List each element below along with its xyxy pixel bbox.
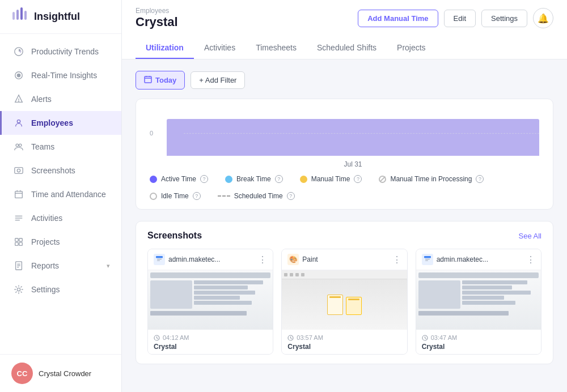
screenshot-more-btn-3[interactable]: ⋮ xyxy=(526,254,535,265)
sidebar-user[interactable]: CC Crystal Crowder xyxy=(0,354,121,392)
sidebar-nav: Productivity Trends Real-Time Insights xyxy=(0,34,121,354)
sidebar-item-projects[interactable]: Projects xyxy=(0,230,121,254)
screenshots-grid: admin.maketec... ⋮ xyxy=(147,249,541,355)
sidebar-item-alerts[interactable]: Alerts xyxy=(0,87,121,111)
svg-rect-42 xyxy=(425,259,430,259)
user-avatar: CC xyxy=(11,363,33,384)
sidebar-item-screenshots[interactable]: Screenshots xyxy=(0,159,121,182)
help-icon-idle[interactable]: ? xyxy=(193,192,201,200)
sidebar-item-employees[interactable]: Employees xyxy=(0,111,121,135)
notifications-button[interactable]: 🔔 xyxy=(533,8,553,28)
sidebar-label-productivity-trends: Productivity Trends xyxy=(31,47,99,56)
today-filter-button[interactable]: Today xyxy=(136,71,185,90)
svg-rect-21 xyxy=(15,238,18,241)
page-title-block: Employees Crystal xyxy=(136,7,178,29)
screenshot-user-1: Crystal xyxy=(154,343,267,351)
help-icon-processing[interactable]: ? xyxy=(476,175,484,183)
legend-icon-scheduled xyxy=(218,195,230,197)
main-content: Employees Crystal Add Manual Time Edit S… xyxy=(122,0,567,392)
screenshot-card-header-3: admin.maketec... ⋮ xyxy=(416,249,541,270)
sidebar-label-activities: Activities xyxy=(31,214,62,223)
svg-rect-22 xyxy=(19,238,22,241)
content-area: Today + Add Filter 0 Jul 31 Active Time xyxy=(122,59,567,392)
help-icon-active[interactable]: ? xyxy=(200,175,208,183)
realtime-icon xyxy=(13,70,24,81)
screenshot-card-header-1: admin.maketec... ⋮ xyxy=(148,249,273,270)
sidebar-item-settings[interactable]: Settings xyxy=(0,278,121,301)
chart-bar-active xyxy=(167,119,539,156)
sidebar-item-activities[interactable]: Activities xyxy=(0,206,121,230)
sidebar-item-teams[interactable]: Teams xyxy=(0,135,121,159)
sidebar-label-teams: Teams xyxy=(31,142,54,151)
svg-rect-23 xyxy=(15,242,18,245)
time-icon xyxy=(13,189,24,200)
sidebar-label-settings: Settings xyxy=(31,285,60,294)
sidebar-label-reports: Reports xyxy=(31,261,59,270)
sidebar-label-screenshots: Screenshots xyxy=(31,166,75,175)
svg-rect-43 xyxy=(425,261,428,261)
svg-rect-30 xyxy=(145,76,151,83)
chart-date-label: Jul 31 xyxy=(150,160,539,168)
app-logo-icon xyxy=(11,6,29,28)
screenshot-app-2: 🎨 Paint xyxy=(287,254,318,265)
screenshots-section-title: Screenshots xyxy=(147,231,202,241)
sidebar-item-reports[interactable]: Reports ▾ xyxy=(0,254,121,278)
sidebar-label-employees: Employees xyxy=(31,118,73,127)
page-title: Crystal xyxy=(136,15,178,29)
screenshot-user-3: Crystal xyxy=(422,343,535,351)
tab-projects[interactable]: Projects xyxy=(387,37,436,59)
header-actions: Add Manual Time Edit Settings 🔔 xyxy=(358,8,553,28)
svg-point-29 xyxy=(17,288,20,291)
sidebar-label-projects: Projects xyxy=(31,237,60,246)
add-filter-button[interactable]: + Add Filter xyxy=(191,71,245,89)
screenshot-time-2: 03:57 AM xyxy=(287,334,401,341)
screenshot-app-3: admin.maketec... xyxy=(422,254,488,265)
legend-manual-time: Manual Time ? xyxy=(300,175,362,183)
svg-rect-41 xyxy=(424,256,431,258)
settings-button[interactable]: Settings xyxy=(481,10,527,27)
screenshot-user-2: Crystal xyxy=(287,343,401,351)
help-icon-break[interactable]: ? xyxy=(275,175,283,183)
sidebar-item-productivity-trends[interactable]: Productivity Trends xyxy=(0,40,121,63)
legend-icon-idle xyxy=(150,193,157,200)
sidebar-label-real-time-insights: Real-Time Insights xyxy=(31,71,97,80)
browser-app-icon-3 xyxy=(422,254,433,265)
sidebar-item-time-attendance[interactable]: Time and Attendance xyxy=(0,182,121,206)
legend-dot-active xyxy=(150,176,157,183)
teams-icon xyxy=(13,141,24,152)
help-icon-scheduled[interactable]: ? xyxy=(287,192,295,200)
screenshot-more-btn-2[interactable]: ⋮ xyxy=(392,254,401,265)
sidebar-logo: Insightful xyxy=(0,0,121,34)
screenshot-more-btn-1[interactable]: ⋮ xyxy=(258,254,267,265)
tab-utilization[interactable]: Utilization xyxy=(136,37,194,59)
chart-bars xyxy=(167,110,539,156)
sidebar-label-alerts: Alerts xyxy=(31,95,52,104)
calendar-icon xyxy=(144,75,152,85)
help-icon-manual[interactable]: ? xyxy=(354,175,362,183)
screenshot-card-3[interactable]: admin.maketec... ⋮ xyxy=(416,249,541,355)
app-name: Insightful xyxy=(34,11,80,23)
add-manual-time-button[interactable]: Add Manual Time xyxy=(358,10,438,27)
see-all-link[interactable]: See All xyxy=(519,232,541,240)
screenshot-footer-3: 03:47 AM Crystal xyxy=(416,330,541,354)
reports-icon xyxy=(13,260,24,271)
screenshot-card-1[interactable]: admin.maketec... ⋮ xyxy=(147,249,273,355)
tab-activities[interactable]: Activities xyxy=(194,37,246,59)
screenshot-footer-1: 04:12 AM Crystal xyxy=(148,330,273,354)
browser-app-icon-1 xyxy=(154,254,165,265)
chart-zero-label: 0 xyxy=(150,130,153,137)
edit-button[interactable]: Edit xyxy=(444,10,476,27)
user-display-name: Crystal Crowder xyxy=(39,369,91,378)
screenshot-card-2[interactable]: 🎨 Paint ⋮ xyxy=(281,249,407,355)
tab-timesheets[interactable]: Timesheets xyxy=(246,37,307,59)
tab-scheduled-shifts[interactable]: Scheduled Shifts xyxy=(307,37,387,59)
breadcrumb: Employees xyxy=(136,7,178,15)
header-top: Employees Crystal Add Manual Time Edit S… xyxy=(136,7,553,29)
sidebar-item-real-time-insights[interactable]: Real-Time Insights xyxy=(0,63,121,87)
chart-legend: Active Time ? Break Time ? Manual Time ?… xyxy=(150,175,539,200)
reports-expand-arrow: ▾ xyxy=(107,262,110,270)
chart-area: 0 xyxy=(150,110,539,156)
screenshot-time-3: 03:47 AM xyxy=(422,334,535,341)
screenshot-img-3 xyxy=(416,270,541,330)
svg-rect-36 xyxy=(157,259,162,259)
